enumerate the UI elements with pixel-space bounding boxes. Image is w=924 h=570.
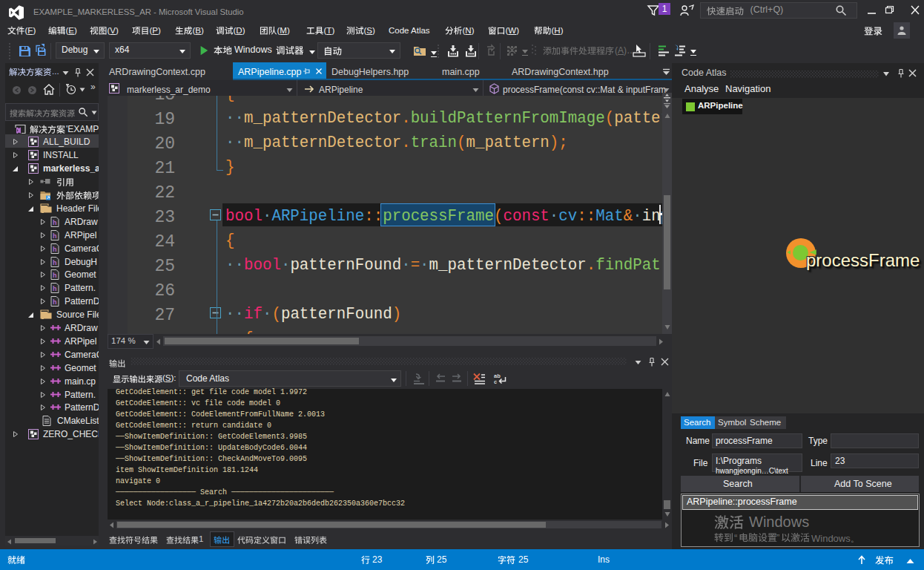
svg-text:h: h (53, 219, 57, 226)
svg-text:h: h (53, 298, 57, 306)
svg-text:c: c (494, 379, 497, 385)
svg-text:h: h (53, 272, 57, 279)
svg-text:h: h (53, 232, 57, 240)
svg-text:h: h (53, 259, 57, 266)
svg-text:h: h (53, 285, 57, 292)
svg-text:h: h (53, 246, 57, 253)
